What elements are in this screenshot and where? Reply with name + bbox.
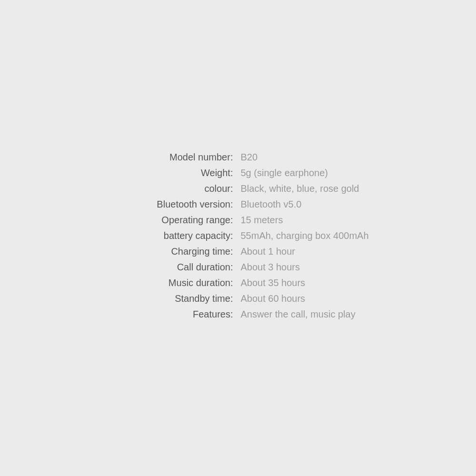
spec-value: Answer the call, music play [240, 309, 355, 320]
spec-value: About 35 hours [240, 278, 305, 288]
spec-label: Operating range: [107, 215, 240, 226]
spec-label: Features: [107, 309, 240, 320]
spec-label: Bluetooth version: [107, 199, 240, 210]
spec-value: 5g (single earphone) [240, 168, 327, 178]
spec-value: Black, white, blue, rose gold [240, 183, 359, 194]
spec-row: Charging time:About 1 hour [107, 246, 368, 257]
spec-label: Call duration: [107, 262, 240, 273]
spec-row: colour:Black, white, blue, rose gold [107, 183, 368, 194]
spec-label: Charging time: [107, 246, 240, 257]
spec-label: Standby time: [107, 293, 240, 304]
spec-row: Music duration:About 35 hours [107, 278, 368, 288]
spec-value: 15 meters [240, 215, 283, 226]
spec-value: About 60 hours [240, 293, 305, 304]
spec-label: battery capacity: [107, 230, 240, 241]
spec-row: Weight:5g (single earphone) [107, 168, 368, 178]
spec-row: Features:Answer the call, music play [107, 309, 368, 320]
spec-value: About 1 hour [240, 246, 295, 257]
spec-row: Bluetooth version:Bluetooth v5.0 [107, 199, 368, 210]
spec-label: Model number: [107, 152, 240, 163]
spec-value: 55mAh, charging box 400mAh [240, 230, 368, 241]
spec-label: colour: [107, 183, 240, 194]
spec-label: Weight: [107, 168, 240, 178]
spec-value: Bluetooth v5.0 [240, 199, 301, 210]
spec-row: Standby time:About 60 hours [107, 293, 368, 304]
spec-row: Call duration:About 3 hours [107, 262, 368, 273]
spec-row: battery capacity:55mAh, charging box 400… [107, 230, 368, 241]
specs-container: Model number:B20Weight:5g (single earpho… [107, 152, 368, 325]
spec-row: Operating range:15 meters [107, 215, 368, 226]
spec-value: B20 [240, 152, 258, 163]
spec-row: Model number:B20 [107, 152, 368, 163]
spec-label: Music duration: [107, 278, 240, 288]
spec-value: About 3 hours [240, 262, 300, 273]
